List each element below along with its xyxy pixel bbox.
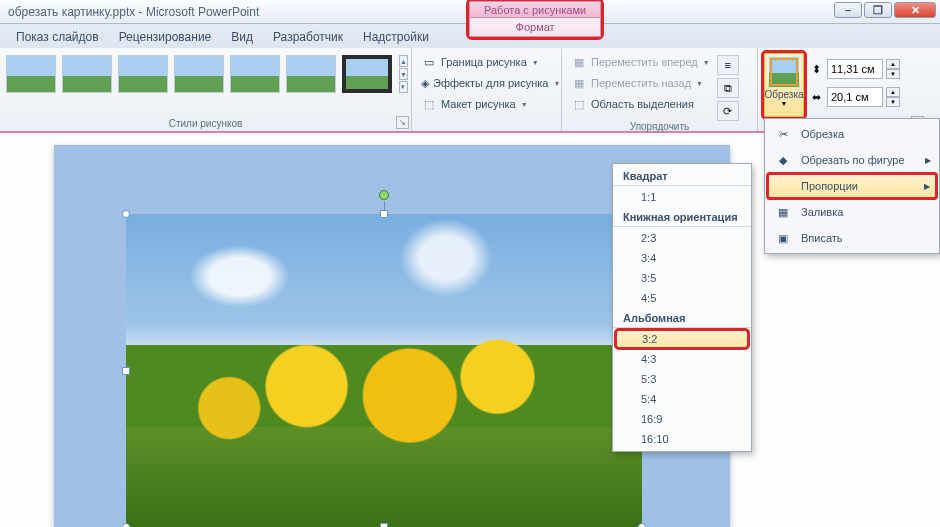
close-button[interactable]: ✕ [894,2,936,18]
bring-forward-icon: ▦ [571,54,587,70]
fit-icon: ▣ [773,229,793,247]
aspect-ratio-submenu: Квадрат 1:1 Книжная ориентация 2:3 3:4 3… [612,163,752,452]
minimize-button[interactable]: – [834,2,862,18]
style-thumb[interactable] [342,55,392,93]
maximize-button[interactable]: ❐ [864,2,892,18]
bring-forward-button[interactable]: ▦ Переместить вперед▼ [568,53,713,71]
resize-handle[interactable] [380,523,388,527]
resize-handle[interactable] [122,210,130,218]
shape-icon: ◆ [773,151,793,169]
picture-effects-button[interactable]: ◈ Эффекты для рисунка▼ [418,74,555,92]
send-backward-button[interactable]: ▦ Переместить назад▼ [568,74,713,92]
style-thumb[interactable] [174,55,224,93]
selection-pane-button[interactable]: ⬚ Область выделения [568,95,713,113]
group-format-options: ▭ Граница рисунка▼ ◈ Эффекты для рисунка… [412,48,562,131]
style-thumb[interactable] [230,55,280,93]
menu-item-aspect-ratio[interactable]: Пропорции ▶ [767,173,937,199]
aspect-item[interactable]: 16:9 [613,409,751,429]
aspect-header-landscape: Альбомная [613,308,751,328]
aspect-header-portrait: Книжная ориентация [613,207,751,227]
group-picture-styles: ▲ ▼ ▾ Стили рисунков ↘ [0,48,412,131]
style-thumb[interactable] [118,55,168,93]
gallery-up-button[interactable]: ▲ [399,55,408,67]
aspect-item[interactable]: 1:1 [613,187,751,207]
gallery-scroll: ▲ ▼ ▾ [399,55,408,93]
contextual-tab-highlight: Работа с рисунками Формат [466,0,604,40]
width-input[interactable]: 20,1 см [827,87,883,107]
fill-icon: ▦ [773,203,793,221]
spin-down[interactable]: ▼ [886,97,900,107]
resize-handle[interactable] [122,367,130,375]
style-thumb[interactable] [6,55,56,93]
menu-item-fill[interactable]: ▦ Заливка [767,199,937,225]
contextual-tab-group: Работа с рисунками [469,1,601,18]
gallery-more-button[interactable]: ▾ [399,81,408,93]
resize-handle[interactable] [122,523,130,527]
height-icon: ⬍ [808,61,824,77]
aspect-item[interactable]: 3:4 [613,248,751,268]
crop-icon: ✂ [773,125,793,143]
chevron-right-icon: ▶ [924,182,930,191]
aspect-item[interactable]: 5:3 [613,369,751,389]
tab-review[interactable]: Рецензирование [111,26,220,48]
menu-item-crop-to-shape[interactable]: ◆ Обрезать по фигуре ▶ [767,147,937,173]
selection-pane-icon: ⬚ [571,96,587,112]
crop-split-button[interactable]: Обрезка ▼ [764,53,804,117]
height-input[interactable]: 11,31 см [827,59,883,79]
resize-handle[interactable] [380,210,388,218]
style-thumb[interactable] [62,55,112,93]
title-bar: обрезать картинку.pptx - Microsoft Power… [0,0,940,24]
window-controls: – ❐ ✕ [834,2,936,18]
crop-icon [769,57,799,87]
aspect-item[interactable]: 5:4 [613,389,751,409]
dialog-launcher-icon[interactable]: ↘ [396,116,409,129]
aspect-item-selected[interactable]: 3:2 [615,329,749,349]
tab-slideshow[interactable]: Показ слайдов [8,26,107,48]
spin-up[interactable]: ▲ [886,59,900,69]
group-icon: ⧉ [724,82,732,95]
tab-view[interactable]: Вид [223,26,261,48]
window-title: обрезать картинку.pptx - Microsoft Power… [4,5,259,19]
aspect-item[interactable]: 4:3 [613,349,751,369]
picture-layout-button[interactable]: ⬚ Макет рисунка▼ [418,95,555,113]
align-icon: ≡ [725,59,731,71]
crop-dropdown-menu: ✂ Обрезка ◆ Обрезать по фигуре ▶ Пропорц… [764,118,940,254]
gallery-down-button[interactable]: ▼ [399,68,408,80]
width-icon: ⬌ [808,89,824,105]
tab-developer[interactable]: Разработчик [265,26,351,48]
tab-addins[interactable]: Надстройки [355,26,437,48]
border-icon: ▭ [421,54,437,70]
aspect-item[interactable]: 2:3 [613,228,751,248]
menu-item-fit[interactable]: ▣ Вписать [767,225,937,251]
tab-format[interactable]: Формат [469,18,601,37]
group-label: Стили рисунков [6,118,405,131]
style-gallery[interactable] [6,51,392,93]
effects-icon: ◈ [421,75,429,91]
spin-up[interactable]: ▲ [886,87,900,97]
picture-content [126,214,642,527]
resize-handle[interactable] [638,523,646,527]
aspect-item[interactable]: 3:5 [613,268,751,288]
aspect-item[interactable]: 16:10 [613,429,751,449]
aspect-item[interactable]: 4:5 [613,288,751,308]
style-thumb[interactable] [286,55,336,93]
rotate-handle[interactable] [379,190,389,200]
chevron-right-icon: ▶ [925,156,931,165]
send-backward-icon: ▦ [571,75,587,91]
rotate-icon: ⟳ [723,105,732,118]
selected-picture[interactable] [126,214,642,527]
picture-border-button[interactable]: ▭ Граница рисунка▼ [418,53,555,71]
align-button[interactable]: ≡ [717,55,739,75]
aspect-header-square: Квадрат [613,166,751,186]
rotate-button[interactable]: ⟳ [717,101,739,121]
chevron-down-icon: ▼ [781,100,788,107]
layout-icon: ⬚ [421,96,437,112]
spin-down[interactable]: ▼ [886,69,900,79]
group-button[interactable]: ⧉ [717,78,739,98]
group-arrange: ▦ Переместить вперед▼ ▦ Переместить наза… [562,48,758,131]
menu-item-crop[interactable]: ✂ Обрезка [767,121,937,147]
